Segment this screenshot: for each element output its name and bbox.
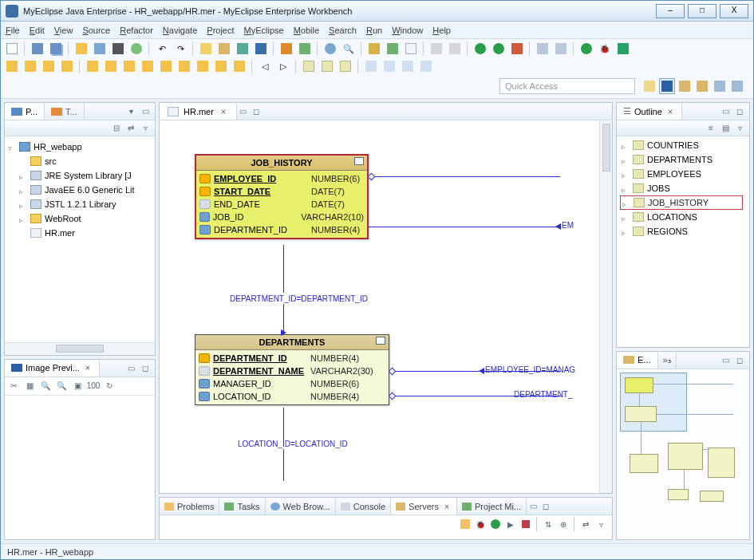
config-button[interactable] xyxy=(297,41,313,57)
column-row[interactable]: JOB_IDVARCHAR2(10) xyxy=(199,211,364,223)
tab-er-overview[interactable]: E... xyxy=(617,352,658,369)
select-icon[interactable]: ▦ xyxy=(23,380,36,392)
maximize-icon[interactable]: ◻ xyxy=(733,105,746,118)
folder5-button[interactable] xyxy=(158,58,174,74)
stop-server-icon[interactable] xyxy=(519,518,532,530)
column-row[interactable]: MANAGER_IDNUMBER(6) xyxy=(199,377,385,390)
play-button[interactable] xyxy=(578,41,594,57)
layout3-button[interactable] xyxy=(400,58,416,74)
ext-tools-button[interactable] xyxy=(509,41,525,57)
back-button[interactable]: ◁ xyxy=(257,58,273,74)
cube-button[interactable] xyxy=(253,41,269,57)
menu-refactor[interactable]: Refactor xyxy=(120,26,153,35)
outline-item[interactable]: DEPARTMENTS xyxy=(618,152,748,167)
perspective-myeclipse[interactable] xyxy=(659,78,675,94)
minimize-icon[interactable]: ▭ xyxy=(237,105,250,118)
filter-icon[interactable]: ▿ xyxy=(594,518,607,530)
tab-tasks[interactable]: Tasks xyxy=(219,498,265,515)
minimap-canvas[interactable] xyxy=(617,369,749,539)
outline-item[interactable]: COUNTRIES xyxy=(618,138,748,152)
open-perspective-button[interactable] xyxy=(641,78,657,94)
column-row[interactable]: EMPLOYEE_IDNUMBER(6) xyxy=(199,172,364,185)
tab-project-migration[interactable]: Project Mi... xyxy=(457,498,527,515)
wizard-button[interactable] xyxy=(235,41,251,57)
menu-project[interactable]: Project xyxy=(207,26,234,35)
folder4-button[interactable] xyxy=(140,58,156,74)
menu-help[interactable]: Help xyxy=(432,26,451,35)
outline-item[interactable]: JOB_HISTORY xyxy=(620,195,743,210)
new-pkg-button[interactable] xyxy=(22,58,38,74)
layout1-button[interactable] xyxy=(363,58,379,74)
column-row[interactable]: DEPARTMENT_NAMEVARCHAR2(30) xyxy=(199,365,385,377)
team-button[interactable] xyxy=(366,41,382,57)
expand-icon[interactable] xyxy=(622,156,630,164)
titlebar[interactable]: MyEclipse Java Enterprise - HR_webapp/HR… xyxy=(1,1,753,22)
tag-button[interactable] xyxy=(385,41,401,57)
perspective-cus[interactable] xyxy=(712,78,728,94)
minimize-icon[interactable]: ▭ xyxy=(527,500,539,513)
monitor-button[interactable] xyxy=(553,41,569,57)
sync-button[interactable] xyxy=(128,41,144,57)
project-tree[interactable]: HR_webapp src JRE System Library [J Java… xyxy=(5,136,155,342)
minimize-button[interactable]: – xyxy=(656,4,685,18)
device-button[interactable] xyxy=(110,41,126,57)
collapse-all-icon[interactable]: ⊟ xyxy=(110,122,123,135)
tab-servers[interactable]: Servers× xyxy=(391,498,457,515)
outline-item[interactable]: JOBS xyxy=(618,181,748,195)
open-type-button[interactable] xyxy=(198,41,214,57)
maximize-icon[interactable]: ◻ xyxy=(539,500,552,513)
expand-icon[interactable] xyxy=(622,227,630,235)
tree-webroot[interactable]: WebRoot xyxy=(8,211,152,226)
menu-run[interactable]: Run xyxy=(366,26,382,35)
expand-icon[interactable] xyxy=(622,141,630,149)
sheet-button[interactable] xyxy=(535,41,551,57)
deploy-button[interactable] xyxy=(73,41,89,57)
outline-list[interactable]: COUNTRIESDEPARTMENTSEMPLOYEESJOBSJOB_HIS… xyxy=(617,136,749,347)
folder2-button[interactable] xyxy=(103,58,119,74)
er-diagram-canvas[interactable]: JOB_HISTORY EMPLOYEE_IDNUMBER(6)START_DA… xyxy=(160,120,612,493)
menu-source[interactable]: Source xyxy=(82,26,110,35)
column-row[interactable]: START_DATEDATE(7) xyxy=(199,185,364,198)
tree-project[interactable]: HR_webapp xyxy=(8,140,152,154)
debug-button[interactable] xyxy=(472,41,488,57)
search-button[interactable]: 🔍 xyxy=(341,41,357,57)
entity-button[interactable] xyxy=(301,58,317,74)
close-icon[interactable]: × xyxy=(442,502,452,511)
crop-icon[interactable]: ✂ xyxy=(7,380,20,392)
tab-overflow[interactable]: »₃ xyxy=(658,352,677,369)
entity-toggle-icon[interactable] xyxy=(376,337,385,345)
column-row[interactable]: END_DATEDATE(7) xyxy=(199,198,364,211)
tree-src[interactable]: src xyxy=(8,154,152,168)
grid2-icon[interactable] xyxy=(447,41,463,57)
folder3-button[interactable] xyxy=(121,58,137,74)
launch-button[interactable] xyxy=(278,41,294,57)
view-button[interactable] xyxy=(338,58,353,74)
start-server-icon[interactable] xyxy=(489,518,502,530)
fit-icon[interactable]: ▣ xyxy=(71,380,84,392)
link-editor-icon[interactable]: ⇄ xyxy=(124,122,137,135)
entity-toggle-icon[interactable] xyxy=(354,157,364,165)
zoom-out-icon[interactable]: 🔍 xyxy=(39,380,52,392)
grid1-icon[interactable] xyxy=(428,41,444,57)
menu-file[interactable]: File xyxy=(6,26,20,35)
outline-item[interactable]: EMPLOYEES xyxy=(618,167,748,181)
link-icon[interactable]: ⇄ xyxy=(579,518,592,530)
expand-icon[interactable] xyxy=(622,184,630,192)
menu-navigate[interactable]: Navigate xyxy=(163,26,197,35)
new-proj-button[interactable] xyxy=(4,58,20,74)
view-menu-icon[interactable]: ▾ xyxy=(124,105,137,118)
save-button[interactable] xyxy=(30,41,45,57)
minimize-icon[interactable]: ▭ xyxy=(139,105,152,118)
perspective-db[interactable] xyxy=(677,78,693,94)
close-icon[interactable]: × xyxy=(219,107,228,116)
profile-server-icon[interactable]: ▶ xyxy=(504,518,517,530)
outline-item[interactable]: LOCATIONS xyxy=(618,210,748,224)
new-class-button[interactable] xyxy=(41,58,57,74)
perspective-hib[interactable] xyxy=(694,78,710,94)
redo-button[interactable]: ↷ xyxy=(172,41,188,57)
tab-console[interactable]: Console xyxy=(336,498,391,515)
expand-icon[interactable] xyxy=(622,170,630,178)
outline-item[interactable]: REGIONS xyxy=(618,224,748,239)
tab-image-preview[interactable]: Image Previ...× xyxy=(5,360,100,377)
server-button[interactable] xyxy=(92,41,108,57)
